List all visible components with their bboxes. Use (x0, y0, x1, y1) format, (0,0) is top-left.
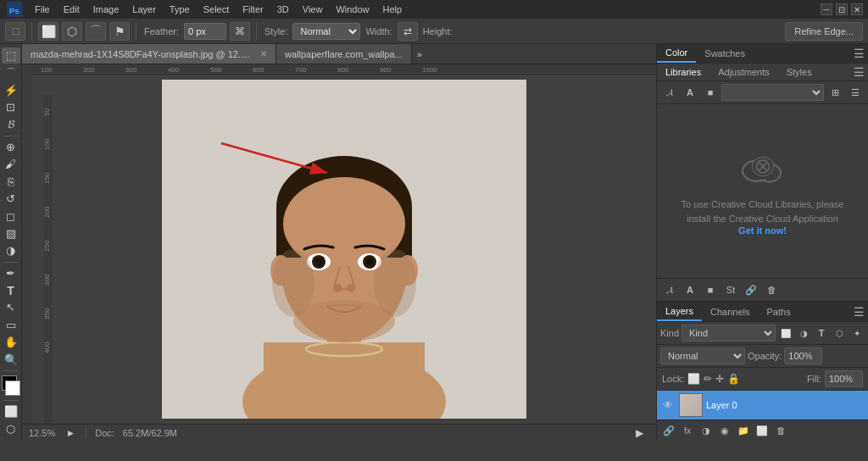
color-panel-menu-btn[interactable]: ☰ (850, 47, 868, 60)
blend-mode-select[interactable]: Normal (660, 347, 745, 364)
filter-smart-btn[interactable]: ✦ (849, 325, 865, 341)
menu-edit[interactable]: Edit (58, 3, 86, 16)
color-selector[interactable] (0, 375, 22, 397)
tool-path-select[interactable]: ↖ (2, 299, 20, 315)
sel-poly-btn[interactable]: ⚑ (109, 22, 130, 41)
kind-select[interactable]: Kind (682, 325, 776, 342)
tool-gradient[interactable]: ▨ (2, 225, 20, 242)
sel-rect-btn[interactable]: ⬜ (38, 22, 58, 41)
tool-crop[interactable]: ⊡ (2, 99, 20, 115)
tab-main[interactable]: mazda-mehrad-1X14S8DFa4Y-unsplash.jpg @ … (22, 44, 276, 64)
background-color[interactable] (5, 380, 20, 396)
new-group-btn[interactable]: 📁 (735, 423, 752, 438)
layer-fx-btn[interactable]: fx (679, 423, 696, 438)
status-play-btn[interactable]: ▶ (629, 424, 649, 442)
menu-help[interactable]: Help (377, 3, 409, 16)
selection-tool-btn[interactable]: ⬚ (5, 22, 25, 41)
tool-history[interactable]: ↺ (2, 191, 20, 207)
menu-filter[interactable]: Filter (236, 3, 269, 16)
tool-quick-mask[interactable]: ⬜ (2, 403, 20, 419)
layers-panel-menu-btn[interactable]: ☰ (850, 305, 868, 319)
feather-input[interactable] (184, 23, 226, 40)
tab-libraries[interactable]: Libraries (657, 64, 709, 81)
tool-lasso[interactable]: ⌒ (2, 64, 20, 81)
filter-adj-btn[interactable]: ◑ (796, 325, 811, 341)
tab-adjustments[interactable]: Adjustments (709, 64, 778, 81)
layer-mask-btn[interactable]: ◑ (698, 423, 715, 438)
tool-eyedropper[interactable]: 𝓑 (2, 117, 20, 133)
filter-type-btn[interactable]: T (814, 325, 829, 341)
lib-list-btn[interactable]: ☰ (846, 84, 865, 101)
menu-window[interactable]: Window (330, 3, 375, 16)
tool-clone[interactable]: ⎘ (2, 174, 20, 190)
lock-pixels-btn[interactable]: ⬜ (687, 373, 700, 385)
panel-fx-btn6[interactable]: 🗑 (762, 281, 781, 298)
maximize-btn[interactable]: ⊡ (836, 3, 848, 15)
delete-layer-btn[interactable]: 🗑 (772, 423, 789, 438)
tool-eraser[interactable]: ◻ (2, 208, 20, 224)
lib-icon1[interactable]: 𝓐 (660, 84, 679, 101)
menu-layer[interactable]: Layer (126, 3, 162, 16)
close-btn[interactable]: ✕ (851, 3, 863, 15)
panel-fx-btn2[interactable]: A (681, 281, 699, 298)
tab-channels[interactable]: Channels (702, 303, 758, 320)
tab-secondary[interactable]: wallpaperflare.com_wallpa... (276, 44, 412, 64)
canvas-background[interactable] (32, 75, 656, 424)
lib-select[interactable] (721, 84, 824, 101)
lib-grid-btn[interactable]: ⊞ (826, 84, 844, 101)
lock-pos-btn[interactable]: ✛ (715, 373, 724, 385)
filter-pixel-btn[interactable]: ⬜ (778, 325, 793, 341)
tool-shape[interactable]: ▭ (2, 317, 20, 333)
menu-3d[interactable]: 3D (271, 3, 295, 16)
filter-shape-btn[interactable]: ⬡ (832, 325, 847, 341)
tab-more-btn[interactable]: » (412, 49, 427, 59)
panel-fx-btn3[interactable]: ■ (701, 281, 720, 298)
new-layer-btn[interactable]: ⬜ (754, 423, 771, 438)
cloud-link[interactable]: Get it now! (738, 225, 787, 236)
svg-text:100: 100 (41, 66, 53, 74)
zoom-arrow[interactable]: ▶ (64, 426, 77, 440)
link-layers-btn[interactable]: 🔗 (660, 423, 677, 438)
tab-main-close[interactable]: ✕ (260, 49, 267, 58)
panel-fx-btn1[interactable]: 𝓐 (660, 281, 679, 298)
sel-ellipse-btn[interactable]: ⬡ (62, 22, 82, 41)
menu-view[interactable]: View (297, 3, 329, 16)
menu-file[interactable]: File (29, 3, 56, 16)
tool-hand[interactable]: ✋ (2, 334, 20, 350)
menu-select[interactable]: Select (198, 3, 236, 16)
fill-input[interactable] (825, 370, 863, 387)
tool-zoom[interactable]: 🔍 (2, 351, 20, 367)
panel-fx-btn4[interactable]: St (721, 281, 740, 298)
lock-brush-btn[interactable]: ✏ (704, 373, 712, 385)
tool-dodge[interactable]: ◑ (2, 242, 20, 258)
style-select[interactable]: Normal (292, 23, 360, 40)
tab-color[interactable]: Color (657, 44, 696, 63)
menu-image[interactable]: Image (87, 3, 125, 16)
sel-lasso-btn[interactable]: ⌒ (86, 22, 106, 41)
tab-swatches[interactable]: Swatches (696, 45, 754, 62)
tab-styles[interactable]: Styles (778, 64, 821, 81)
panel-fx-btn5[interactable]: 🔗 (742, 281, 760, 298)
lib-icon2[interactable]: A (681, 84, 699, 101)
tool-marquee[interactable]: ⬚ (2, 47, 20, 64)
tab-paths[interactable]: Paths (759, 303, 799, 320)
feather-icon[interactable]: ⌘ (230, 22, 250, 41)
canvas-image-container (162, 80, 526, 419)
menu-type[interactable]: Type (164, 3, 196, 16)
lib-panel-menu-btn[interactable]: ☰ (850, 65, 868, 79)
layer-adj-btn[interactable]: ◉ (716, 423, 733, 438)
tool-brush[interactable]: 🖌 (2, 156, 20, 172)
tool-quick-select[interactable]: ⚡ (2, 82, 20, 98)
tool-pen[interactable]: ✒ (2, 264, 20, 280)
layer-item-0[interactable]: 👁 Layer 0 (657, 391, 868, 419)
refine-edge-btn[interactable]: Refine Edge... (785, 22, 863, 41)
tool-heal[interactable]: ⊕ (2, 139, 20, 155)
tab-layers[interactable]: Layers (657, 303, 702, 321)
lib-icon3[interactable]: ■ (701, 84, 720, 101)
tool-text[interactable]: T (2, 282, 20, 298)
minimize-btn[interactable]: ─ (821, 3, 832, 15)
layer-visibility-btn[interactable]: 👁 (660, 399, 676, 411)
opacity-input[interactable] (784, 347, 822, 364)
tool-screen-mode[interactable]: ⬡ (2, 421, 20, 437)
lock-all-btn[interactable]: 🔒 (727, 373, 740, 385)
